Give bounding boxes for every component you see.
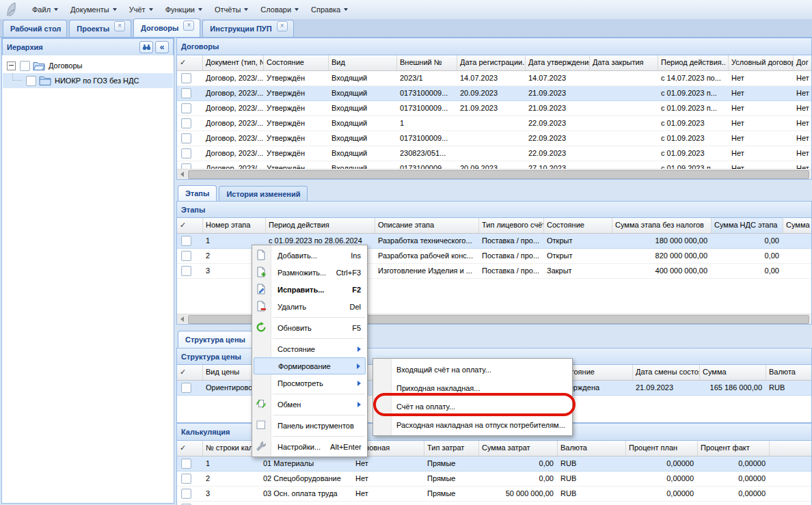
tab-stages[interactable]: Этапы bbox=[178, 185, 217, 201]
column-header[interactable]: Дата закрытия bbox=[590, 55, 658, 70]
column-header[interactable]: Тип лицевого счёт bbox=[479, 218, 544, 233]
menu-item-dictionaries[interactable]: Словари bbox=[254, 2, 305, 17]
row-checkbox[interactable] bbox=[177, 86, 203, 100]
tab-contracts[interactable]: Договоры bbox=[133, 18, 200, 37]
column-header[interactable]: Процент план bbox=[626, 441, 698, 456]
tree-item-contracts[interactable]: Договоры bbox=[3, 58, 173, 73]
column-header[interactable]: Валюта bbox=[558, 441, 626, 456]
table-row[interactable]: 3 03 Осн. оплата труда Нет Прямые 50 000… bbox=[177, 487, 812, 502]
scrollbar-thumb[interactable] bbox=[188, 170, 809, 179]
menu-item-toolbar[interactable]: Панель инструментов bbox=[252, 417, 367, 434]
row-checkbox[interactable] bbox=[177, 264, 203, 278]
table-row[interactable]: Договор, 2023/... Утверждён Входящий 017… bbox=[177, 86, 812, 101]
tree-item-niokr[interactable]: НИОКР по ГОЗ без НДС bbox=[3, 73, 173, 88]
row-checkbox[interactable] bbox=[177, 472, 203, 486]
select-all-header[interactable] bbox=[177, 218, 203, 233]
column-header[interactable]: Дата утверждения bbox=[526, 55, 590, 70]
column-header[interactable]: Сумма затрат bbox=[479, 441, 558, 456]
table-row[interactable]: Договор, 2023/... Утверждён Входящий 017… bbox=[177, 101, 812, 116]
table-row[interactable]: Договор, 2023/... Утверждён Входящий 017… bbox=[177, 131, 812, 146]
menu-item-payment-invoice[interactable]: Счёт на оплату... bbox=[373, 397, 572, 415]
row-checkbox[interactable] bbox=[177, 381, 203, 395]
column-header[interactable]: Дата смены состоя bbox=[633, 365, 700, 380]
column-header[interactable]: Тип затрат bbox=[424, 441, 479, 456]
row-checkbox[interactable] bbox=[177, 234, 203, 248]
menu-item-add[interactable]: Добавить... Ins bbox=[252, 247, 367, 264]
horizontal-scrollbar[interactable] bbox=[177, 169, 811, 179]
column-header[interactable]: Период действия.. bbox=[658, 55, 729, 70]
menu-item-refresh[interactable]: Обновить F5 bbox=[252, 319, 367, 336]
menu-item-edit[interactable]: Исправить... F2 bbox=[252, 281, 367, 298]
select-all-header[interactable] bbox=[177, 441, 203, 456]
close-icon[interactable] bbox=[114, 21, 125, 31]
menu-item-exchange[interactable]: Обмен bbox=[252, 396, 367, 413]
column-header[interactable]: Дата регистрации. bbox=[457, 55, 526, 70]
column-header[interactable]: Номер этапа bbox=[203, 218, 266, 233]
menu-item-help[interactable]: Справка bbox=[305, 2, 354, 17]
menu-item-duplicate[interactable]: Размножить... Ctrl+F3 bbox=[252, 264, 367, 281]
checkbox-icon[interactable] bbox=[20, 61, 30, 71]
row-checkbox[interactable] bbox=[177, 502, 203, 505]
column-header[interactable]: Условный договор bbox=[729, 55, 794, 70]
menu-item-accounting[interactable]: Учёт bbox=[123, 2, 159, 17]
select-all-header[interactable] bbox=[177, 365, 203, 380]
scroll-left-button[interactable] bbox=[177, 169, 187, 178]
column-header[interactable]: Период действия bbox=[266, 218, 375, 233]
menu-item-view[interactable]: Просмотреть bbox=[252, 374, 367, 392]
column-header[interactable]: Вид bbox=[329, 55, 397, 70]
search-button[interactable] bbox=[139, 41, 153, 53]
column-header[interactable]: Документ (тип, № bbox=[203, 55, 264, 70]
tab-price-structure[interactable]: Структура цены bbox=[178, 331, 253, 348]
tab-desktop[interactable]: Рабочий стол bbox=[3, 20, 67, 37]
column-header[interactable]: Сумма этапа без налогов bbox=[612, 218, 712, 233]
column-header[interactable]: Дог bbox=[794, 55, 812, 70]
column-header[interactable]: Валюта bbox=[766, 365, 812, 380]
tree-collapse-icon[interactable] bbox=[7, 62, 16, 70]
column-header[interactable]: Состояние bbox=[264, 55, 329, 70]
table-row[interactable]: 4 04 Доп. оплата труда Нет Прямые 5 850 … bbox=[177, 502, 812, 505]
close-icon[interactable] bbox=[277, 21, 288, 31]
tab-projects[interactable]: Проекты bbox=[69, 20, 131, 37]
close-icon[interactable] bbox=[183, 21, 194, 31]
tab-change-history[interactable]: История изменений bbox=[219, 186, 308, 201]
menu-item-functions[interactable]: Функции bbox=[159, 2, 208, 17]
row-checkbox[interactable] bbox=[177, 101, 203, 115]
column-header[interactable] bbox=[770, 441, 812, 456]
row-checkbox[interactable] bbox=[177, 116, 203, 131]
table-row[interactable]: 1 01 Материалы Нет Прямые 0,00 RUB 0,000… bbox=[177, 456, 812, 472]
menu-item-generate[interactable]: Формирование bbox=[254, 357, 366, 374]
column-header[interactable]: Внешний № bbox=[397, 55, 457, 70]
menu-item-state[interactable]: Состояние bbox=[252, 340, 367, 357]
row-checkbox[interactable] bbox=[177, 131, 203, 146]
column-header[interactable]: Процент факт bbox=[698, 441, 770, 456]
select-all-header[interactable] bbox=[177, 55, 203, 70]
column-header[interactable]: Сумма bbox=[700, 365, 766, 380]
menu-item-file[interactable]: Файл bbox=[26, 2, 64, 17]
collapse-panel-button[interactable] bbox=[155, 41, 169, 53]
column-header[interactable]: Сумма эт bbox=[783, 218, 812, 233]
menu-item-receipt-note[interactable]: Приходная накладная... bbox=[373, 379, 572, 397]
menu-item-documents[interactable]: Документы bbox=[64, 2, 123, 17]
table-row[interactable]: Договор, 2023/... Утверждён Входящий 202… bbox=[177, 71, 812, 86]
menu-item-incoming-invoice[interactable]: Входящий счёт на оплату... bbox=[373, 360, 572, 379]
tab-pup-instructions[interactable]: Инструкции ПУП bbox=[202, 20, 293, 37]
submenu-arrow-icon bbox=[357, 402, 361, 407]
table-row[interactable]: Договор, 2023/... Утверждён Входящий 230… bbox=[177, 146, 812, 161]
menu-item-settings[interactable]: Настройки... Alt+Enter bbox=[252, 438, 367, 455]
table-row[interactable]: 2 02 Спецоборудование Нет Прямые 0,00 RU… bbox=[177, 472, 812, 487]
row-checkbox[interactable] bbox=[177, 71, 203, 85]
scroll-left-button[interactable] bbox=[177, 314, 187, 323]
menu-item-outgoing-note[interactable]: Расходная накладная на отпуск потребител… bbox=[373, 415, 572, 434]
column-header-sorted[interactable]: Сумма НДС этапа bbox=[712, 218, 783, 233]
row-checkbox[interactable] bbox=[177, 487, 203, 501]
row-checkbox[interactable] bbox=[177, 146, 203, 161]
column-header[interactable]: Состояние bbox=[544, 218, 612, 233]
column-header[interactable]: Описание этапа bbox=[375, 218, 479, 233]
row-checkbox[interactable] bbox=[177, 249, 203, 263]
menu-item-reports[interactable]: Отчёты bbox=[208, 2, 254, 17]
cell bbox=[457, 131, 526, 146]
checkbox-icon[interactable] bbox=[26, 76, 36, 86]
row-checkbox[interactable] bbox=[177, 456, 203, 471]
menu-item-delete[interactable]: Удалить Del bbox=[252, 298, 367, 315]
table-row[interactable]: Договор, 2023/... Утверждён Входящий 1 2… bbox=[177, 116, 812, 131]
